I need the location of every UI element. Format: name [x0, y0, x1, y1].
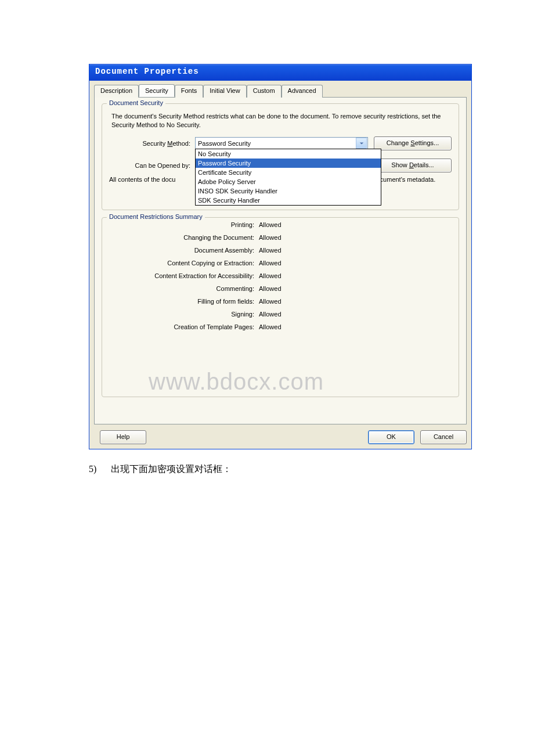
dialog-title: Document Properties — [89, 64, 471, 81]
tab-description[interactable]: Description — [94, 85, 139, 98]
document-security-group: Document Security The document's Securit… — [102, 103, 459, 210]
group-legend-restrictions: Document Restrictions Summary — [107, 213, 205, 220]
security-method-dropdown: No Security Password Security Certificat… — [195, 149, 381, 206]
security-method-combo[interactable]: Password Security No Security Password S… — [195, 137, 368, 149]
tab-custom[interactable]: Custom — [247, 85, 282, 98]
contents-label: All contents of the docu — [109, 176, 180, 183]
security-description: The document's Security Method restricts… — [111, 112, 452, 129]
r-printing-label: Printing: — [109, 221, 259, 228]
dialog-client: Description Security Fonts Initial View … — [89, 81, 471, 449]
r-formfields-label: Filling of form fields: — [109, 298, 259, 305]
tab-advanced[interactable]: Advanced — [282, 85, 323, 98]
chevron-down-icon — [359, 141, 364, 146]
r-printing-value: Allowed — [259, 221, 452, 228]
security-method-value: Password Security — [198, 140, 251, 147]
caption-number: 5) — [89, 464, 109, 474]
r-assembly-value: Allowed — [259, 247, 452, 254]
help-button[interactable]: Help — [100, 430, 146, 444]
tab-body: www.bdocx.com Document Security The docu… — [94, 97, 467, 424]
caption-below: 5) 出现下面加密项设置对话框： — [89, 463, 471, 476]
r-changing-label: Changing the Document: — [109, 234, 259, 241]
option-password-security[interactable]: Password Security — [196, 159, 381, 168]
r-accessibility-label: Content Extraction for Accessibility: — [109, 272, 259, 279]
r-template-label: Creation of Template Pages: — [109, 323, 259, 330]
r-copying-label: Content Copying or Extraction: — [109, 260, 259, 267]
r-assembly-label: Document Assembly: — [109, 247, 259, 254]
option-sdk-handler[interactable]: SDK Security Handler — [196, 196, 381, 205]
ok-button[interactable]: OK — [368, 430, 414, 444]
r-signing-value: Allowed — [259, 311, 452, 318]
opened-by-label: Can be Opened by: — [109, 162, 195, 169]
option-certificate-security[interactable]: Certificate Security — [196, 168, 381, 177]
r-formfields-value: Allowed — [259, 298, 452, 305]
r-changing-value: Allowed — [259, 234, 452, 241]
change-settings-button[interactable]: Change Settings... — [374, 136, 452, 150]
r-commenting-value: Allowed — [259, 285, 452, 292]
r-copying-value: Allowed — [259, 260, 452, 267]
show-details-button[interactable]: Show Details... — [374, 159, 452, 172]
security-method-label: Security Method: — [109, 140, 195, 147]
r-template-value: Allowed — [259, 323, 452, 330]
group-legend-security: Document Security — [107, 99, 165, 106]
caption-text: 出现下面加密项设置对话框： — [111, 464, 232, 474]
r-accessibility-value: Allowed — [259, 272, 452, 279]
tab-fonts[interactable]: Fonts — [175, 85, 204, 98]
tab-security[interactable]: Security — [139, 84, 175, 97]
option-adobe-policy-server[interactable]: Adobe Policy Server — [196, 177, 381, 186]
restrictions-group: Document Restrictions Summary Printing:A… — [102, 217, 459, 397]
option-inso-sdk-handler[interactable]: INSO SDK Security Handler — [196, 186, 381, 196]
cancel-button[interactable]: Cancel — [420, 430, 467, 444]
document-properties-dialog: Document Properties Description Security… — [89, 64, 472, 449]
tab-strip: Description Security Fonts Initial View … — [94, 84, 467, 97]
tab-initial-view[interactable]: Initial View — [203, 85, 246, 98]
combo-dropdown-button[interactable] — [356, 138, 367, 149]
dialog-footer: Help OK Cancel — [94, 430, 467, 444]
r-commenting-label: Commenting: — [109, 285, 259, 292]
option-no-security[interactable]: No Security — [196, 149, 381, 159]
r-signing-label: Signing: — [109, 311, 259, 318]
